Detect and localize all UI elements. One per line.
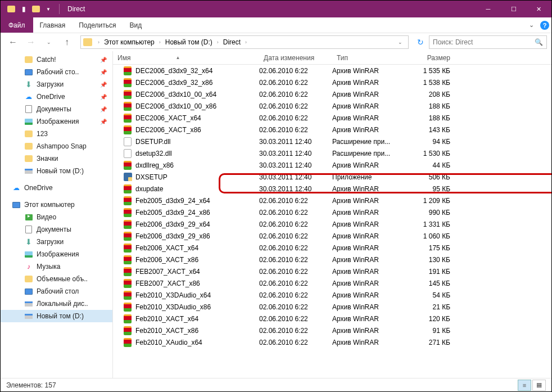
sidebar-thispc-item[interactable]: Видео — [1, 211, 112, 223]
sidebar-quick-item[interactable]: ⬇ Загрузки 📌 — [1, 78, 112, 91]
status-bar: Элементов: 157 ≡ ▦ — [1, 378, 551, 391]
file-date: 30.03.2011 12:40 — [259, 161, 332, 169]
search-input[interactable] — [433, 38, 535, 46]
file-row[interactable]: Feb2005_d3dx9_24_x86 02.06.2010 6:22 Арх… — [113, 206, 551, 218]
file-row[interactable]: DEC2006_d3dx9_32_x64 02.06.2010 6:22 Арх… — [113, 65, 551, 76]
sidebar-thispc-item[interactable]: ♪ Музыка — [1, 260, 112, 273]
sidebar-thispc-item[interactable]: Документы — [1, 223, 112, 236]
file-row[interactable]: dsetup32.dll 30.03.2011 12:40 Расширение… — [113, 147, 551, 159]
view-icons-button[interactable]: ▦ — [532, 380, 546, 391]
sidebar-thispc-item[interactable]: Рабочий стол — [1, 285, 112, 298]
chevron-right-icon[interactable]: › — [243, 39, 249, 45]
dll-file-icon — [123, 137, 132, 146]
sidebar-thispc-item[interactable]: Новый том (D:) — [1, 310, 112, 322]
crumb-folder[interactable]: Direct — [222, 38, 242, 46]
file-tab[interactable]: Файл — [1, 17, 33, 33]
column-name[interactable]: Имя▲ — [113, 54, 259, 62]
minimize-button[interactable]: ─ — [476, 1, 501, 17]
navigation-pane[interactable]: Catch! 📌 Рабочий сто.. 📌 ⬇ Загрузки 📌 ☁ … — [1, 51, 113, 378]
file-row[interactable]: Feb2010_X3DAudio_x64 02.06.2010 6:22 Арх… — [113, 289, 551, 301]
sidebar-thispc[interactable]: Этот компьютер — [1, 199, 112, 211]
file-row[interactable]: Feb2006_XACT_x64 02.06.2010 6:22 Архив W… — [113, 242, 551, 254]
tab-share[interactable]: Поделиться — [72, 17, 123, 33]
up-button[interactable]: ↑ — [59, 34, 75, 50]
file-row[interactable]: dxdllreg_x86 30.03.2011 12:40 Архив WinR… — [113, 159, 551, 171]
close-button[interactable]: ✕ — [526, 1, 551, 17]
dll-file-icon — [123, 149, 132, 158]
file-size: 54 КБ — [405, 291, 461, 299]
sidebar-quick-item[interactable]: Рабочий сто.. 📌 — [1, 66, 112, 78]
file-row[interactable]: DEC2006_XACT_x64 02.06.2010 6:22 Архив W… — [113, 112, 551, 124]
chevron-right-icon[interactable]: › — [96, 39, 102, 45]
chevron-right-icon[interactable]: › — [215, 39, 221, 45]
file-row[interactable]: DSETUP.dll 30.03.2011 12:40 Расширение п… — [113, 136, 551, 147]
file-row[interactable]: DEC2006_d3dx10_00_x86 02.06.2010 6:22 Ар… — [113, 100, 551, 112]
address-bar[interactable]: › Этот компьютер › Новый том (D:) › Dire… — [80, 35, 409, 49]
sidebar-onedrive[interactable]: ☁ OneDrive — [1, 182, 112, 194]
column-type[interactable]: Тип — [332, 54, 405, 62]
file-row[interactable]: Feb2006_d3dx9_29_x86 02.06.2010 6:22 Арх… — [113, 230, 551, 242]
sidebar-quick-item[interactable]: Новый том (D:) — [1, 165, 112, 177]
file-row[interactable]: FEB2007_XACT_x64 02.06.2010 6:22 Архив W… — [113, 265, 551, 277]
file-name: Feb2010_XAudio_x64 — [135, 339, 202, 346]
search-icon[interactable]: 🔍 — [535, 38, 543, 46]
column-date[interactable]: Дата изменения — [259, 54, 332, 62]
music-icon: ♪ — [24, 262, 33, 271]
sidebar-quick-item[interactable]: Ashampoo Snap — [1, 140, 112, 152]
tab-home[interactable]: Главная — [33, 17, 73, 33]
file-type: Архив WinRAR — [332, 303, 405, 311]
file-row[interactable]: Feb2010_XACT_x64 02.06.2010 6:22 Архив W… — [113, 313, 551, 325]
doc-icon — [24, 225, 33, 234]
help-button[interactable]: ? — [538, 17, 551, 33]
file-row[interactable]: DEC2006_XACT_x86 02.06.2010 6:22 Архив W… — [113, 124, 551, 136]
file-row[interactable]: Feb2010_XACT_x86 02.06.2010 6:22 Архив W… — [113, 325, 551, 336]
file-row[interactable]: dxupdate 30.03.2011 12:40 Архив WinRAR 9… — [113, 183, 551, 195]
file-row[interactable]: DEC2006_d3dx9_32_x86 02.06.2010 6:22 Арх… — [113, 76, 551, 88]
sidebar-quick-item[interactable]: ☁ OneDrive 📌 — [1, 91, 112, 103]
quick-new-folder-icon[interactable] — [31, 4, 41, 14]
rar-file-icon — [123, 161, 132, 170]
file-row[interactable]: Feb2010_X3DAudio_x86 02.06.2010 6:22 Арх… — [113, 301, 551, 313]
history-dropdown-icon[interactable]: ⌄ — [41, 34, 57, 50]
search-box[interactable]: 🔍 — [429, 35, 547, 49]
file-row[interactable]: Feb2005_d3dx9_24_x64 02.06.2010 6:22 Арх… — [113, 195, 551, 206]
file-name: Feb2006_XACT_x64 — [135, 244, 198, 252]
file-size: 91 КБ — [405, 327, 461, 335]
crumb-thispc[interactable]: Этот компьютер — [103, 38, 156, 46]
file-row[interactable]: DEC2006_d3dx10_00_x64 02.06.2010 6:22 Ар… — [113, 88, 551, 100]
tab-view[interactable]: Вид — [123, 17, 148, 33]
crumb-drive[interactable]: Новый том (D:) — [164, 38, 214, 46]
quick-properties-icon[interactable]: ▮ — [19, 4, 29, 14]
sidebar-thispc-item[interactable]: ⬇ Загрузки — [1, 236, 112, 248]
file-row[interactable]: Feb2006_d3dx9_29_x64 02.06.2010 6:22 Арх… — [113, 218, 551, 230]
file-size: 130 КБ — [405, 256, 461, 264]
monitor-icon — [24, 287, 33, 296]
sidebar-thispc-item[interactable]: Объемные объ.. — [1, 273, 112, 285]
sidebar-quick-item[interactable]: 123 — [1, 128, 112, 140]
sidebar-quick-item[interactable]: Изображения 📌 — [1, 115, 112, 128]
file-row[interactable]: Feb2006_XACT_x86 02.06.2010 6:22 Архив W… — [113, 254, 551, 265]
rar-file-icon — [123, 291, 132, 300]
sidebar-quick-item[interactable]: Catch! 📌 — [1, 53, 112, 66]
sidebar-quick-item[interactable]: Документы 📌 — [1, 103, 112, 115]
refresh-button[interactable]: ↻ — [414, 36, 427, 48]
file-date: 02.06.2010 6:22 — [259, 67, 332, 75]
file-rows[interactable]: DEC2006_d3dx9_32_x64 02.06.2010 6:22 Арх… — [113, 65, 551, 378]
maximize-button[interactable]: ☐ — [501, 1, 526, 17]
file-row[interactable]: Feb2010_XAudio_x64 02.06.2010 6:22 Архив… — [113, 336, 551, 348]
ribbon-expand-icon[interactable]: ⌄ — [524, 17, 538, 33]
chevron-right-icon[interactable]: › — [157, 39, 163, 45]
back-button[interactable]: ← — [5, 34, 21, 50]
sidebar-thispc-item[interactable]: Локальный дис.. — [1, 298, 112, 310]
address-dropdown-icon[interactable]: ⌄ — [395, 39, 406, 45]
file-name: Feb2006_d3dx9_29_x86 — [135, 232, 210, 240]
sidebar-thispc-item[interactable]: Изображения — [1, 248, 112, 260]
file-row[interactable]: DXSETUP 30.03.2011 12:40 Приложение 506 … — [113, 171, 551, 183]
forward-button[interactable]: → — [23, 34, 39, 50]
view-details-button[interactable]: ≡ — [518, 380, 531, 391]
file-row[interactable]: FEB2007_XACT_x86 02.06.2010 6:22 Архив W… — [113, 277, 551, 289]
column-size[interactable]: Размер — [405, 54, 461, 62]
quick-dropdown-icon[interactable]: ▼ — [43, 4, 53, 14]
file-name: Feb2005_d3dx9_24_x64 — [135, 197, 210, 205]
sidebar-quick-item[interactable]: Значки — [1, 152, 112, 165]
